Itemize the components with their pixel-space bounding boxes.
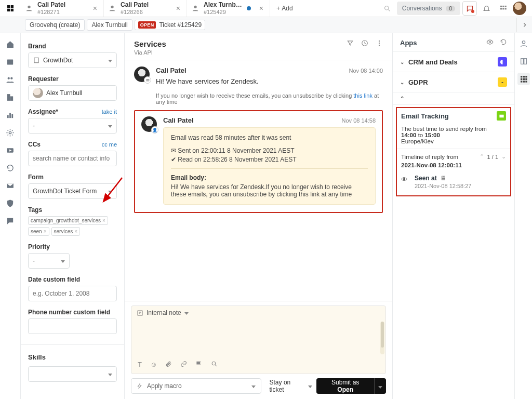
scrollbar-thumb[interactable] (381, 322, 384, 348)
submit-dropdown-button[interactable] (374, 378, 386, 394)
svg-point-24 (379, 41, 380, 42)
svg-rect-41 (525, 81, 527, 82)
link-button[interactable] (180, 361, 187, 369)
nav-refresh[interactable] (3, 160, 18, 176)
nav-home[interactable] (3, 36, 18, 52)
context-apps-button[interactable] (517, 73, 530, 85)
requester-field[interactable]: Alex Turnbull (28, 85, 117, 101)
nav-shield[interactable] (3, 195, 18, 211)
submit-button[interactable]: Submit as Open (316, 378, 374, 394)
breadcrumb-org[interactable]: Groovehq (create) (25, 19, 85, 31)
app-crm-deals[interactable]: ⌄ CRM and Deals (393, 52, 514, 72)
tab-ticket-128271[interactable]: Cali Patel#128271 × (21, 0, 104, 17)
take-it-link[interactable]: take it (102, 109, 117, 115)
ccs-text-input[interactable] (33, 155, 112, 162)
breadcrumb-ticket[interactable]: OPEN Ticket #125429 (135, 20, 205, 30)
svg-point-0 (28, 6, 30, 8)
nav-chat[interactable] (3, 213, 18, 229)
email-tracking-panel: Email Tracking The best time to send rep… (396, 107, 511, 196)
nav-customers[interactable] (3, 72, 18, 87)
tab-ticket-128266[interactable]: Cali Patel#128266 × (104, 0, 187, 17)
flag-button[interactable] (195, 361, 203, 369)
tag-chip[interactable]: services× (51, 227, 81, 236)
priority-select[interactable]: - (28, 253, 70, 269)
format-text-button[interactable]: T (138, 361, 142, 369)
user-icon (108, 4, 116, 12)
app-gdpr[interactable]: ⌄ GDPR (393, 72, 514, 92)
nav-organizations[interactable] (3, 89, 18, 105)
play-icon (6, 146, 15, 155)
attach-button[interactable] (165, 361, 172, 369)
notifications-button[interactable] (479, 1, 494, 16)
tag-chip[interactable]: seen× (28, 227, 49, 236)
profile-avatar[interactable] (512, 1, 527, 16)
chevron-down-icon[interactable]: ⌄ (501, 153, 506, 160)
close-icon[interactable]: × (174, 4, 182, 12)
nav-views[interactable] (3, 54, 18, 70)
remove-tag-icon[interactable]: × (102, 218, 105, 223)
tags-field[interactable]: campaign_growthdot_services× seen× servi… (28, 216, 117, 236)
more-button[interactable] (376, 39, 383, 48)
phone-custom-input[interactable] (28, 318, 117, 334)
composer[interactable]: Internal note T ☺ (131, 305, 386, 374)
apply-macro-button[interactable]: Apply macro (131, 378, 261, 394)
clock-icon (361, 39, 368, 47)
nav-video[interactable] (3, 142, 18, 158)
filter-button[interactable] (347, 39, 354, 48)
svg-point-1 (111, 6, 113, 8)
cc-me-link[interactable]: cc me (102, 141, 117, 148)
add-tab-button[interactable]: + Add (270, 0, 299, 17)
tab-ticket-125429[interactable]: Alex Turnbull#125429 × (187, 0, 270, 17)
conversations-button[interactable]: Conversations0 (397, 2, 460, 15)
form-label: Form (28, 174, 117, 181)
remove-tag-icon[interactable]: × (44, 229, 47, 234)
chevron-down-icon (61, 257, 65, 264)
apps-menu-button[interactable] (496, 1, 510, 16)
svg-rect-35 (525, 76, 527, 77)
nav-admin[interactable] (3, 125, 18, 140)
date-custom-input[interactable] (28, 286, 117, 301)
conversation-title: Services (134, 39, 166, 48)
chevron-up-icon[interactable]: ⌃ (480, 153, 484, 160)
refresh-icon (500, 38, 507, 46)
brand-select[interactable]: GrowthDot (28, 52, 117, 68)
chevron-down-icon (108, 370, 112, 378)
product-logo[interactable] (0, 0, 21, 17)
message-author: Cali Patel (156, 66, 187, 74)
composer-mode-select[interactable]: Internal note (131, 306, 385, 320)
search-button[interactable] (380, 1, 395, 16)
assignee-label: Assignee* (28, 108, 58, 115)
nav-reporting[interactable] (3, 107, 18, 123)
close-icon[interactable]: × (91, 4, 99, 12)
tag-chip[interactable]: campaign_growthdot_services× (28, 216, 108, 225)
chat-button[interactable] (462, 1, 477, 16)
breadcrumb-person[interactable]: Alex Turnbull (87, 19, 132, 31)
nav-mail[interactable] (3, 178, 18, 193)
message-time: Nov 08 14:00 (349, 68, 383, 74)
search-kb-button[interactable] (211, 361, 218, 369)
skills-select[interactable] (28, 366, 117, 382)
assignee-select[interactable]: - (28, 118, 117, 134)
close-icon[interactable]: × (257, 4, 265, 12)
scrollbar[interactable] (380, 322, 384, 354)
events-button[interactable] (361, 39, 368, 48)
form-select[interactable]: GrowthDot Ticket Form (28, 183, 117, 199)
remove-tag-icon[interactable]: × (74, 229, 77, 234)
apps-refresh-button[interactable] (500, 38, 507, 47)
stay-on-ticket-select[interactable]: Stay on ticket (270, 379, 313, 393)
emoji-button[interactable]: ☺ (150, 361, 157, 369)
composer-textarea[interactable] (131, 320, 385, 356)
ccs-input[interactable] (28, 151, 117, 166)
apps-visibility-button[interactable] (486, 38, 494, 47)
context-user-button[interactable] (517, 37, 530, 50)
svg-rect-38 (525, 78, 527, 80)
email-tracking-title: Email Tracking (401, 112, 449, 120)
app-collapse-toggle[interactable]: ⌃ (393, 92, 514, 105)
unsubscribe-link[interactable]: this link (353, 92, 373, 99)
context-kb-button[interactable] (517, 55, 530, 68)
timeline-pager[interactable]: ⌃ 1 / 1 ⌄ (480, 153, 506, 160)
next-ticket-button[interactable] (516, 18, 532, 32)
chevron-down-icon: ⌄ (400, 59, 404, 65)
chevron-down-icon: ⌄ (400, 79, 404, 85)
message-author: Cali Patel (163, 116, 194, 124)
